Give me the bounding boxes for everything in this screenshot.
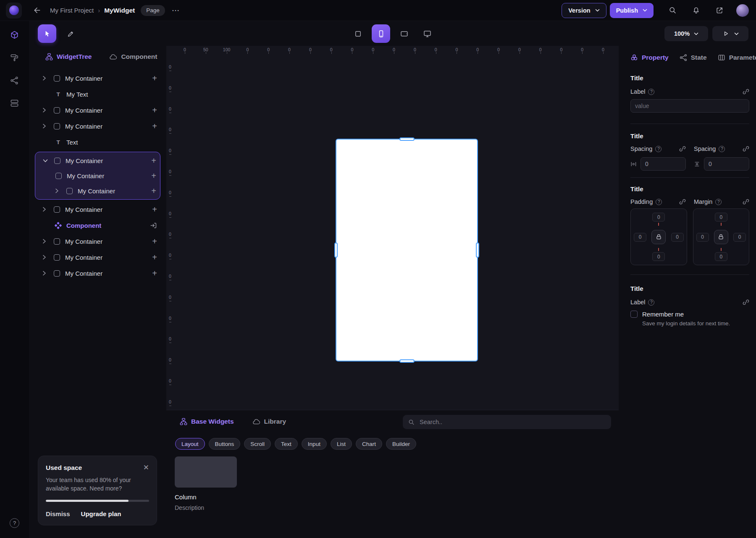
selection-handle-left[interactable] <box>334 243 338 258</box>
add-child-icon[interactable]: + <box>152 253 157 261</box>
widget-card[interactable]: ColumnDescription <box>175 456 237 511</box>
tab-base-widgets[interactable]: Base Widgets <box>180 418 234 425</box>
phone-artboard[interactable] <box>336 139 478 361</box>
select-tool-button[interactable] <box>38 24 56 43</box>
tree-row-component[interactable]: Component <box>29 217 166 233</box>
add-child-icon[interactable]: + <box>152 205 157 214</box>
run-preview-button[interactable] <box>712 26 748 41</box>
add-child-icon[interactable]: + <box>151 156 156 165</box>
pen-tool-button[interactable] <box>61 24 80 43</box>
tree-row-text[interactable]: TText <box>29 134 166 150</box>
help-circle-icon[interactable]: ? <box>715 199 722 205</box>
chevron-down-icon[interactable] <box>43 159 54 163</box>
device-square-button[interactable] <box>349 24 367 43</box>
version-button[interactable]: Version <box>562 3 606 18</box>
help-circle-icon[interactable]: ? <box>655 146 662 152</box>
more-options-icon[interactable]: ⋯ <box>172 5 181 15</box>
tab-library[interactable]: Library <box>252 418 286 426</box>
dismiss-button[interactable]: Dismiss <box>46 510 70 517</box>
chevron-right-icon[interactable] <box>42 239 53 244</box>
layers-rows-icon[interactable] <box>10 98 19 108</box>
user-avatar[interactable] <box>736 4 749 17</box>
chevron-right-icon[interactable] <box>42 271 53 276</box>
chevron-right-icon[interactable] <box>42 207 53 212</box>
margin-top-input[interactable] <box>715 213 727 222</box>
help-icon[interactable]: ? <box>10 518 19 528</box>
category-chip-list[interactable]: List <box>331 438 352 450</box>
tab-state[interactable]: State <box>680 54 707 61</box>
device-desktop-button[interactable] <box>418 24 436 43</box>
app-logo[interactable] <box>6 3 22 18</box>
tree-row-my-container[interactable]: My Container+ <box>35 168 160 183</box>
category-chip-buttons[interactable]: Buttons <box>209 438 241 450</box>
tree-row-my-container[interactable]: My Container+ <box>29 265 166 281</box>
margin-bottom-input[interactable] <box>715 252 727 261</box>
category-chip-chart[interactable]: Chart <box>356 438 382 450</box>
publish-button[interactable]: Publish <box>610 3 654 18</box>
lock-icon[interactable] <box>651 230 666 244</box>
widgets-cube-icon[interactable] <box>10 30 19 40</box>
padding-right-input[interactable] <box>671 233 684 242</box>
add-child-icon[interactable]: + <box>152 269 157 277</box>
tree-row-my-container[interactable]: My Container+ <box>29 70 166 86</box>
chevron-right-icon[interactable] <box>42 108 53 113</box>
spacing-vertical-input[interactable] <box>704 157 749 171</box>
device-tablet-button[interactable] <box>395 24 413 43</box>
selection-handle-top[interactable] <box>399 137 415 141</box>
help-circle-icon[interactable]: ? <box>656 199 662 205</box>
api-share-nodes-icon[interactable] <box>10 76 19 85</box>
theme-paint-roller-icon[interactable] <box>10 53 19 63</box>
tree-row-my-container[interactable]: My Container+ <box>35 183 160 198</box>
chevron-right-icon[interactable] <box>55 188 66 193</box>
tab-widget-tree[interactable]: WidgetTree <box>45 53 92 61</box>
open-component-icon[interactable] <box>150 222 157 229</box>
search-icon[interactable] <box>668 6 677 15</box>
tab-parameter[interactable]: Parameter <box>718 54 756 61</box>
chevron-right-icon[interactable] <box>42 124 53 129</box>
design-canvas[interactable]: 050100000000000000000000 000000000000000… <box>166 46 619 410</box>
selection-handle-right[interactable] <box>476 243 479 258</box>
padding-left-input[interactable] <box>634 233 646 242</box>
padding-top-input[interactable] <box>652 213 665 222</box>
category-chip-input[interactable]: Input <box>302 438 327 450</box>
category-chip-text[interactable]: Text <box>275 438 298 450</box>
tree-row-my-container[interactable]: My Container+ <box>29 233 166 249</box>
add-child-icon[interactable]: + <box>152 106 157 114</box>
tree-row-my-container[interactable]: My Container+ <box>29 249 166 265</box>
margin-right-input[interactable] <box>733 233 746 242</box>
remember-me-checkbox[interactable] <box>630 311 638 318</box>
chevron-right-icon[interactable] <box>42 255 53 260</box>
category-chip-scroll[interactable]: Scroll <box>244 438 271 450</box>
device-phone-button[interactable] <box>372 24 390 43</box>
spacing-horizontal-input[interactable] <box>640 157 686 171</box>
widget-search[interactable] <box>403 415 611 429</box>
open-external-icon[interactable] <box>715 6 724 15</box>
back-button[interactable] <box>33 6 42 15</box>
margin-left-input[interactable] <box>696 233 709 242</box>
tab-component[interactable]: Component <box>109 53 157 61</box>
close-icon[interactable]: ✕ <box>143 463 149 472</box>
help-circle-icon[interactable]: ? <box>648 299 654 306</box>
add-child-icon[interactable]: + <box>152 74 157 82</box>
help-circle-icon[interactable]: ? <box>648 89 654 95</box>
add-child-icon[interactable]: + <box>152 237 157 245</box>
widget-search-input[interactable] <box>419 418 606 426</box>
add-child-icon[interactable]: + <box>152 122 157 130</box>
tree-row-my-container[interactable]: My Container+ <box>29 102 166 118</box>
zoom-level-dropdown[interactable]: 100% <box>664 26 708 41</box>
tab-property[interactable]: Property <box>630 54 669 61</box>
category-chip-builder[interactable]: Builder <box>386 438 416 450</box>
widget-card-thumbnail[interactable] <box>175 456 237 488</box>
tree-row-my-container[interactable]: My Container+ <box>35 153 160 168</box>
help-circle-icon[interactable]: ? <box>719 146 725 152</box>
upgrade-plan-button[interactable]: Upgrade plan <box>81 510 121 517</box>
add-child-icon[interactable]: + <box>151 187 156 195</box>
selection-handle-bottom[interactable] <box>399 359 415 363</box>
category-chip-layout[interactable]: Layout <box>175 438 205 450</box>
label-value-input[interactable] <box>630 99 749 113</box>
notifications-bell-icon[interactable] <box>692 6 701 15</box>
tree-row-my-container[interactable]: My Container+ <box>29 118 166 134</box>
tree-row-my-container[interactable]: My Container+ <box>29 201 166 217</box>
padding-bottom-input[interactable] <box>652 252 665 261</box>
add-child-icon[interactable]: + <box>151 171 156 180</box>
